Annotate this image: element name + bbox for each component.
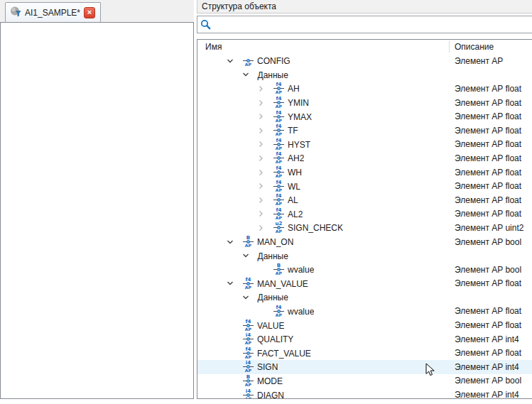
tree-row[interactable]: f4APYMINЭлемент AP float [197, 96, 532, 110]
chevron-right-icon[interactable] [256, 84, 273, 94]
node-label: YMIN [288, 97, 309, 108]
tree-row[interactable]: f4APAHЭлемент AP float [197, 82, 532, 96]
node-label: HYST [288, 139, 310, 150]
node-description: Элемент AP float [455, 98, 521, 108]
node-description: Элемент AP float [455, 84, 521, 94]
object-structure-tree: Имя Описание APCONFIGЭлемент APДанныеf4A… [197, 39, 532, 399]
b-element-icon: BAP [273, 263, 285, 275]
search-input[interactable] [213, 18, 532, 32]
chevron-down-icon[interactable] [241, 251, 258, 261]
chevron-down-icon[interactable] [241, 70, 258, 80]
node-description: Элемент AP float [455, 278, 521, 288]
chevron-right-icon[interactable] [256, 168, 273, 178]
node-description: Элемент AP int4 [455, 390, 519, 399]
tree-row[interactable]: i4APSIGNЭлемент AP int4 [197, 360, 532, 374]
chevron-right-icon[interactable] [256, 195, 273, 205]
node-label: YMAX [288, 111, 312, 122]
node-label: Данные [258, 251, 288, 261]
tree-row[interactable]: i4APDIAGNЭлемент AP int4 [197, 388, 532, 399]
chevron-down-icon[interactable] [226, 278, 242, 288]
chevron-down-icon[interactable] [226, 237, 242, 247]
node-label: wvalue [288, 264, 314, 275]
f4-element-icon: f4AP [273, 82, 285, 94]
node-description: Элемент AP bool [455, 237, 521, 247]
node-description: Элемент AP uint2 [455, 223, 523, 233]
f4-element-icon: f4AP [273, 138, 285, 151]
tree-row[interactable]: i4APQUALITYЭлемент AP int4 [197, 332, 532, 346]
node-description: Элемент AP [455, 56, 503, 66]
node-label: WL [288, 181, 300, 192]
node-label: MAN_ON [257, 236, 293, 247]
node-description: Элемент AP float [455, 209, 521, 219]
f4-element-icon: f4AP [273, 152, 285, 164]
u2-element-icon: u2AP [273, 222, 285, 234]
chevron-right-icon[interactable] [256, 209, 273, 219]
chevron-right-icon[interactable] [256, 111, 273, 121]
chevron-spacer [226, 362, 242, 372]
tree-row[interactable]: u2APSIGN_CHECKЭлемент AP uint2 [197, 221, 532, 235]
tree-row[interactable]: Данные [197, 68, 532, 82]
tree-row[interactable]: Данные [197, 290, 532, 305]
canvas-panel[interactable] [0, 22, 194, 399]
structure-panel-title: Структура объекта [197, 0, 532, 13]
node-description: Элемент AP float [455, 195, 521, 205]
f4-element-icon: f4AP [273, 194, 285, 206]
chevron-right-icon[interactable] [256, 153, 273, 163]
node-label: SIGN_CHECK [288, 222, 343, 233]
node-label: AH [288, 83, 300, 94]
search-icon [197, 18, 213, 32]
tree-row[interactable]: f4APHYSTЭлемент AP float [197, 138, 532, 152]
tree-row[interactable]: f4APYMAXЭлемент AP float [197, 109, 532, 124]
object-document-icon [10, 6, 21, 19]
chevron-down-icon[interactable] [226, 56, 242, 66]
tree-row[interactable]: f4APTFЭлемент AP float [197, 124, 532, 138]
node-description: Элемент AP float [455, 111, 521, 121]
chevron-right-icon[interactable] [256, 139, 273, 149]
node-label: DIAGN [257, 390, 284, 399]
chevron-right-icon[interactable] [256, 223, 273, 233]
tree-row[interactable]: APCONFIGЭлемент AP [197, 54, 532, 68]
tree-row[interactable]: f4APALЭлемент AP float [197, 193, 532, 207]
chevron-right-icon[interactable] [256, 126, 273, 136]
tree-row[interactable]: f4APWLЭлемент AP float [197, 179, 532, 193]
b-element-icon: BAP [242, 236, 254, 248]
node-description: Элемент AP float [455, 320, 521, 330]
tree-row[interactable]: f4APAL2Элемент AP float [197, 207, 532, 222]
chevron-right-icon[interactable] [256, 181, 273, 191]
tree-row[interactable]: f4APWHЭлемент AP float [197, 165, 532, 180]
tree-row[interactable]: f4APFACT_VALUEЭлемент AP float [197, 346, 532, 360]
node-description: Элемент AP float [455, 181, 521, 191]
column-separator[interactable] [449, 40, 450, 53]
chevron-spacer [226, 390, 242, 399]
node-label: TF [288, 125, 298, 136]
f4-element-icon: f4AP [242, 320, 254, 332]
node-description: Элемент AP int4 [455, 362, 519, 372]
chevron-down-icon[interactable] [241, 293, 258, 302]
f4-element-icon: f4AP [273, 111, 285, 123]
tree-body: APCONFIGЭлемент APДанныеf4APAHЭлемент AP… [197, 54, 532, 399]
tree-row[interactable]: f4APMAN_VALUEЭлемент AP float [197, 277, 532, 291]
tab-ai1-sample[interactable]: AI1_SAMPLE* × [5, 2, 101, 22]
node-description: Элемент AP bool [455, 265, 521, 275]
tree-row[interactable]: f4APVALUEЭлемент AP float [197, 318, 532, 332]
tree-row[interactable]: Данные [197, 249, 532, 263]
f4-element-icon: f4AP [273, 124, 285, 136]
column-header-name[interactable]: Имя [205, 42, 222, 52]
node-description: Элемент AP float [455, 126, 521, 136]
node-label: FACT_VALUE [257, 348, 311, 359]
node-label: WH [288, 167, 302, 178]
tree-header: Имя Описание [197, 40, 532, 54]
chevron-right-icon[interactable] [256, 98, 273, 108]
chevron-spacer [256, 306, 273, 316]
tree-row[interactable]: f4APAH2Элемент AP float [197, 151, 532, 165]
node-label: wvalue [288, 306, 314, 317]
tree-row[interactable]: BAPMODEЭлемент AP bool [197, 374, 532, 388]
column-header-description[interactable]: Описание [455, 42, 494, 52]
tree-row[interactable]: BAPMAN_ONЭлемент AP bool [197, 235, 532, 249]
node-description: Элемент AP float [455, 348, 521, 358]
close-icon[interactable]: × [84, 7, 95, 18]
tree-row[interactable]: f4APwvalueЭлемент AP float [197, 305, 532, 319]
tree-row[interactable]: BAPwvalueЭлемент AP bool [197, 263, 532, 277]
chevron-spacer [256, 265, 273, 275]
node-label: Данные [258, 70, 288, 80]
